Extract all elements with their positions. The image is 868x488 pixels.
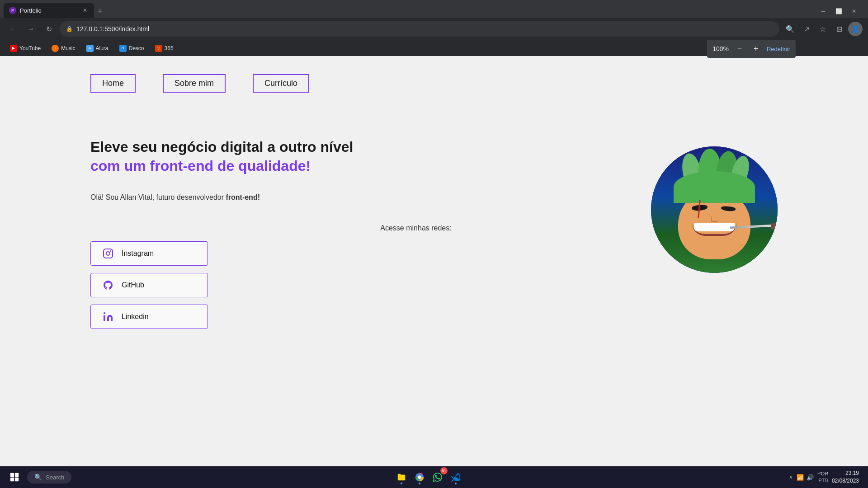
github-icon [102, 280, 114, 291]
taskbar-file-explorer[interactable] [393, 469, 410, 485]
page-content: Home Sobre mim Currículo Eleve seu negóc… [0, 56, 868, 466]
search-button[interactable]: 🔍 [783, 22, 797, 36]
url-text: 127.0.0.1:5500/index.html [76, 25, 773, 33]
bookmark-youtube[interactable]: YouTube [5, 43, 45, 54]
tab-favicon: P [9, 7, 16, 14]
address-bar[interactable]: 🔒 127.0.0.1:5500/index.html [60, 21, 779, 37]
bookmark-alura[interactable]: A Alura [82, 43, 113, 54]
taskbar: 🔍 Search [0, 466, 868, 488]
window-controls: ─ ⬜ ✕ [813, 5, 864, 18]
sidebar-button[interactable]: ⊟ [832, 22, 846, 36]
nav-home[interactable]: Home [90, 74, 136, 93]
reload-button[interactable]: ↻ [42, 22, 56, 36]
github-button[interactable]: GitHub [90, 273, 208, 297]
forward-button[interactable]: → [24, 22, 38, 36]
svg-point-3 [104, 312, 105, 314]
intro-start: Olá! Sou Allan Vital, futuro desenvolved… [90, 193, 226, 201]
bookmark-label: Desco [129, 45, 144, 52]
bookmark-label: 365 [165, 45, 174, 52]
instagram-label: Instagram [122, 249, 154, 258]
volume-icon: 🔊 [807, 474, 814, 481]
back-button[interactable]: ← [5, 22, 20, 36]
zoom-in-button[interactable]: + [750, 43, 761, 54]
bookmark-label: Music [61, 45, 75, 52]
o365-favicon: ⬡ [155, 45, 162, 52]
svg-rect-0 [104, 249, 113, 258]
start-button[interactable] [5, 468, 24, 486]
svg-rect-7 [15, 478, 19, 481]
bookmark-label: YouTube [19, 45, 41, 52]
bookmark-desco[interactable]: D Desco [115, 43, 149, 54]
system-tray-expand[interactable]: ∧ [789, 474, 793, 480]
locale2-info: PTB [817, 477, 828, 484]
svg-point-1 [106, 252, 110, 255]
bookmark-button[interactable]: ☆ [816, 22, 830, 36]
close-button[interactable]: ✕ [847, 5, 861, 18]
chrome-browser: P Portfolio ✕ + ─ ⬜ ✕ ← → ↻ 🔒 127.0.0.1:… [0, 0, 868, 488]
taskbar-vscode[interactable] [448, 469, 464, 485]
whatsapp-badge: 31 [440, 467, 448, 474]
network-icon: 📶 [797, 474, 804, 481]
bookmark-label: Alura [96, 45, 108, 52]
intro-bold: front-end! [226, 193, 260, 201]
bookmark-music[interactable]: ♪ Music [47, 43, 80, 54]
taskbar-datetime: 23:19 02/08/2023 [832, 469, 859, 485]
social-links: Instagram GitHub [90, 241, 208, 329]
nav-curriculo[interactable]: Currículo [253, 74, 309, 93]
main-nav: Home Sobre mim Currículo [90, 74, 778, 93]
linkedin-icon [102, 311, 114, 322]
anime-character [651, 146, 778, 273]
locale-info: POR [817, 470, 828, 477]
lock-icon: 🔒 [66, 26, 73, 32]
tab-title: Portfolio [20, 7, 78, 14]
profile-button[interactable]: 👤 [848, 22, 863, 36]
svg-point-10 [418, 476, 421, 479]
desco-favicon: D [119, 45, 127, 52]
share-button[interactable]: ↗ [799, 22, 814, 36]
svg-rect-6 [10, 478, 14, 481]
linkedin-label: Linkedin [122, 313, 149, 321]
taskbar-apps: 31 [75, 469, 782, 485]
nav-sobre[interactable]: Sobre mim [163, 74, 226, 93]
minimize-button[interactable]: ─ [816, 5, 830, 18]
svg-point-2 [110, 250, 111, 252]
zoom-out-button[interactable]: − [734, 43, 745, 54]
taskbar-search[interactable]: 🔍 Search [27, 471, 71, 483]
taskbar-chrome[interactable] [411, 469, 428, 485]
youtube-favicon [10, 45, 17, 52]
system-tray: ∧ 📶 🔊 POR PTB 23:19 02/08/2023 [785, 469, 863, 485]
linkedin-button[interactable]: Linkedin [90, 305, 208, 329]
new-tab-button[interactable]: + [94, 5, 106, 18]
taskbar-clock[interactable]: POR PTB [817, 470, 828, 484]
tab-bar: P Portfolio ✕ + ─ ⬜ ✕ [0, 0, 868, 18]
search-icon: 🔍 [34, 474, 42, 481]
instagram-icon [102, 248, 114, 259]
portfolio-page: Home Sobre mim Currículo Eleve seu negóc… [0, 56, 868, 466]
zoom-value: 100% [712, 45, 729, 52]
svg-rect-4 [10, 473, 14, 477]
browser-toolbar: ← → ↻ 🔒 127.0.0.1:5500/index.html 🔍 ↗ ☆ … [0, 18, 868, 40]
active-tab[interactable]: P Portfolio ✕ [4, 3, 94, 18]
search-label: Search [46, 474, 64, 481]
tab-close-button[interactable]: ✕ [81, 7, 89, 14]
alura-favicon: A [86, 45, 94, 52]
github-label: GitHub [122, 281, 144, 289]
maximize-button[interactable]: ⬜ [832, 5, 845, 18]
instagram-button[interactable]: Instagram [90, 241, 208, 266]
system-tray-icons: 📶 🔊 [797, 474, 814, 481]
date-display: 02/08/2023 [832, 477, 859, 485]
avatar [651, 146, 778, 273]
music-favicon: ♪ [52, 45, 59, 52]
svg-rect-5 [15, 473, 19, 477]
zoom-reset-button[interactable]: Redefinir [767, 46, 790, 52]
toolbar-actions: 🔍 ↗ ☆ ⊟ 👤 [783, 22, 863, 36]
time-display: 23:19 [832, 469, 859, 477]
zoom-popup: 100% − + Redefinir [707, 40, 796, 58]
taskbar-whatsapp[interactable]: 31 [429, 469, 446, 485]
bookmark-365[interactable]: ⬡ 365 [151, 43, 178, 54]
